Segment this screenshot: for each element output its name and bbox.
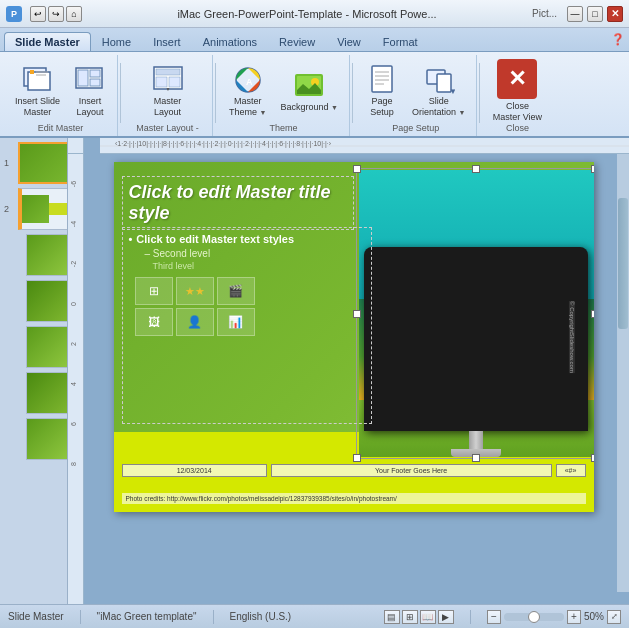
scrollbar-vertical-thumb[interactable] [618,198,628,329]
slide-thumbnail-3[interactable] [26,234,68,276]
slide-display-area: Click to edit Master title style •Click … [84,154,629,604]
ribbon-group-edit-master: Insert SlideMaster InsertLayout Edit Mas… [4,55,118,136]
slideshow-button[interactable]: ▶ [438,610,454,624]
close-master-view-label: CloseMaster View [493,101,542,123]
svg-text:▼: ▼ [449,87,455,96]
icon-star: ★★ [176,277,214,305]
footer-page: «#» [556,464,586,477]
handle-tl[interactable] [353,165,361,173]
svg-text:-2: -2 [70,261,77,267]
insert-layout-button[interactable]: InsertLayout [69,61,111,121]
slide-panel[interactable]: 1 2 [0,138,68,604]
handle-br[interactable] [591,454,594,462]
page-setup-button[interactable]: PageSetup [361,61,403,121]
zoom-slider-thumb[interactable] [528,611,540,623]
slide-thumb-wrapper-1: 1 [18,142,63,184]
tab-home[interactable]: Home [91,32,142,51]
zoom-in-button[interactable]: + [567,610,581,624]
tab-animations[interactable]: Animations [192,32,268,51]
master-layout-button[interactable]: ▼ MasterLayout [143,61,193,121]
slide-thumb-wrapper-4 [26,280,63,322]
main-area: 1 2 [0,138,629,604]
status-divider-3 [470,610,471,624]
zoom-slider[interactable] [504,613,564,621]
status-divider-2 [213,610,214,624]
slide-canvas[interactable]: Click to edit Master title style •Click … [114,162,594,512]
slide-thumbnail-4[interactable] [26,280,68,322]
canvas-area: ‹1·2·|·|·|10|·|·|·|·|8·|·|·|·6·|·|·|·4·|… [68,138,629,604]
slide-thumbnail-2[interactable] [18,188,68,230]
close-window-button[interactable]: ✕ [607,6,623,22]
copyright-text: © CopyrightSlideshow.com [569,301,575,373]
slide-sorter-button[interactable]: ⊞ [402,610,418,624]
status-view: Slide Master [8,611,64,622]
handle-tc[interactable] [472,165,480,173]
photo-credit-text: Photo credits: http://www.flickr.com/pho… [126,495,397,502]
ribbon-group-master-layout: ▼ MasterLayout Master Layout - [123,55,213,136]
undo-button[interactable]: ↩ [30,6,46,22]
maximize-button[interactable]: □ [587,6,603,22]
separator-1 [120,63,121,123]
status-bar: Slide Master "iMac Green template" Engli… [0,604,629,628]
separator-2 [215,63,216,123]
svg-text:-4: -4 [70,221,77,227]
slide-thumb-wrapper-7 [26,418,63,460]
selection-outline [356,168,594,459]
master-theme-icon: A [232,64,264,96]
status-view-text: Slide Master [8,611,64,622]
tab-format[interactable]: Format [372,32,429,51]
status-divider-1 [80,610,81,624]
slide-thumbnail-5[interactable] [26,326,68,368]
slide-thumb-wrapper-2: 2 [18,188,63,230]
close-master-view-button[interactable]: ✕ CloseMaster View [493,59,542,123]
scrollbar-vertical[interactable] [617,154,629,592]
handle-tr[interactable] [591,165,594,173]
zoom-out-button[interactable]: − [487,610,501,624]
ruler-area: ‹1·2·|·|·|10|·|·|·|·|8·|·|·|·6·|·|·|·4·|… [68,138,629,154]
minimize-button[interactable]: — [567,6,583,22]
slide-orientation-button[interactable]: ▼ SlideOrientation ▼ [407,61,470,121]
tab-view[interactable]: View [326,32,372,51]
slide-title-container[interactable]: Click to edit Master title style [122,176,354,230]
tab-slide-master[interactable]: Slide Master [4,32,91,51]
redo-button[interactable]: ↪ [48,6,64,22]
svg-rect-8 [90,79,100,86]
ribbon-tab-bar: Slide Master Home Insert Animations Revi… [0,28,629,52]
ruler-horizontal: ‹1·2·|·|·|10|·|·|·|·|8·|·|·|·6·|·|·|·4·|… [100,138,629,154]
footer-date: 12/03/2014 [122,464,267,477]
handle-mr[interactable] [591,310,594,318]
canvas-scroll-area: -6 -4 -2 0 2 4 6 8 [68,154,629,604]
ribbon-group-theme: A MasterTheme ▼ Background ▼ Theme [218,55,350,136]
normal-view-button[interactable]: ▤ [384,610,400,624]
slide-content: •Click to edit Master text styles – Seco… [129,233,365,336]
master-theme-button[interactable]: A MasterTheme ▼ [224,61,271,121]
insert-slide-master-label: Insert SlideMaster [15,96,60,118]
handle-bc[interactable] [472,454,480,462]
svg-text:A: A [246,77,253,87]
background-button[interactable]: Background ▼ [275,67,342,116]
help-button[interactable]: ❓ [611,33,625,46]
pict-label: Pict... [532,8,557,19]
home-button[interactable]: ⌂ [66,6,82,22]
slide-title: Click to edit Master title style [129,182,347,224]
tab-insert[interactable]: Insert [142,32,192,51]
background-label: Background ▼ [280,102,337,113]
slide-thumbnail-6[interactable] [26,372,68,414]
slide-thumb-wrapper-5 [26,326,63,368]
fit-window-button[interactable]: ⤢ [607,610,621,624]
handle-bl[interactable] [353,454,361,462]
slide-orientation-icon: ▼ [423,64,455,96]
svg-rect-19 [372,66,392,92]
icon-person: 👤 [176,308,214,336]
edit-master-label: Edit Master [38,123,84,136]
title-bar-buttons: ↩ ↪ ⌂ [30,6,82,22]
slide-thumbnail-1[interactable] [18,142,68,184]
icon-image: 🖼 [135,308,173,336]
app-icon: P [6,6,22,22]
slide-content-container[interactable]: •Click to edit Master text styles – Seco… [122,227,372,424]
insert-slide-master-button[interactable]: Insert SlideMaster [10,61,65,121]
tab-review[interactable]: Review [268,32,326,51]
icon-chart: 📊 [217,308,255,336]
reading-view-button[interactable]: 📖 [420,610,436,624]
slide-thumbnail-7[interactable] [26,418,68,460]
